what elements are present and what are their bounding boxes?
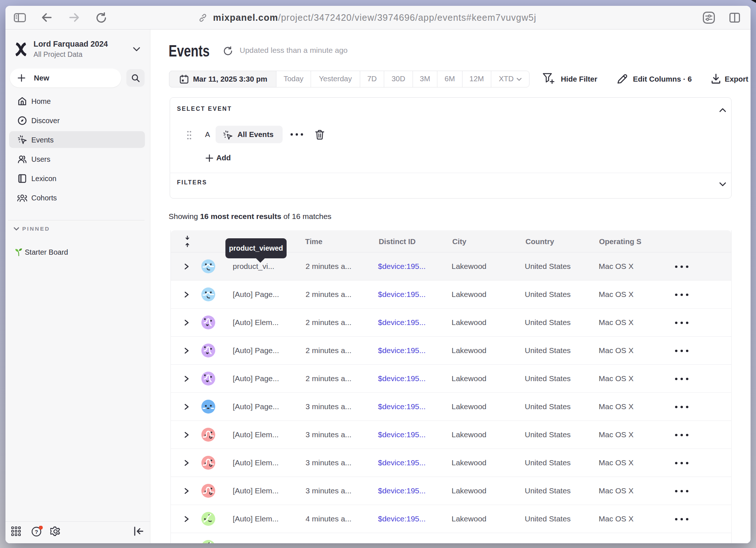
svg-text:?: ? [35, 529, 38, 535]
